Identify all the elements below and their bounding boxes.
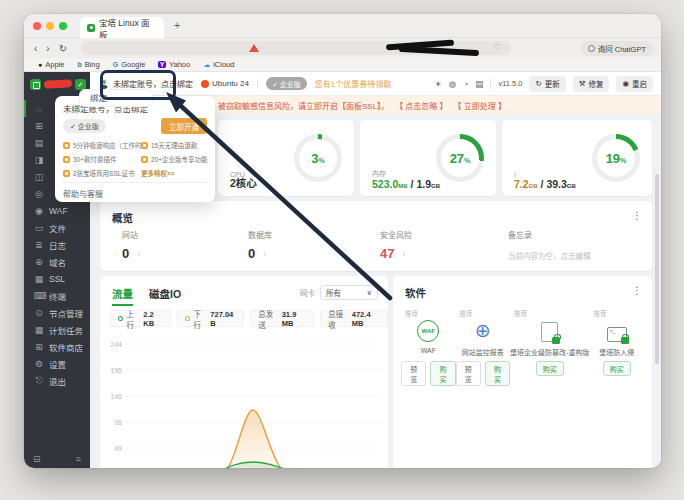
language-icon[interactable]: ◍ (449, 79, 456, 89)
traffic-chart: 244 195 146 98 49 (101, 334, 387, 468)
redaction-mark (399, 46, 479, 56)
forward-button[interactable]: › (46, 43, 49, 54)
yahoo-icon: Y (158, 61, 166, 68)
preview-button[interactable]: 预览 (401, 361, 426, 386)
tab-disk-io[interactable]: 磁盘IO (149, 286, 181, 306)
folder-icon: ▭ (34, 223, 44, 233)
waf-shield-icon: WAF (417, 320, 439, 342)
disk-ring-gauge: 19% (592, 134, 640, 182)
buy-button[interactable]: 购买 (430, 361, 455, 386)
bookmark-apple[interactable]: ●Apple (38, 60, 64, 69)
overview-memo[interactable]: 备忘录 当前内容为空，点击编辑 (508, 229, 591, 261)
overview-security-risks[interactable]: 安全风险 47› (380, 229, 412, 261)
coupon-link[interactable]: 您有1个优惠券待领取 (315, 78, 391, 89)
new-tab-button[interactable]: + (174, 19, 180, 31)
more-privileges-link[interactable]: 更多特权>> (141, 168, 209, 178)
tab-traffic[interactable]: 流量 (112, 286, 133, 306)
google-icon: G (113, 61, 118, 68)
activate-now-button[interactable]: 立即开通 (161, 118, 207, 134)
software-item-tamper-proof[interactable]: 推荐 堡塔企业级防篡改-重构版 购买 (510, 308, 589, 386)
update-button[interactable]: ↻更新 (529, 76, 565, 92)
gear-icon: ⚙ (34, 359, 44, 369)
warning-message: 被窃取敏感信息风险，请立即开启【面板SSL】。 (218, 100, 389, 111)
sidebar-item-appstore[interactable]: ⊞软件商店 (24, 338, 90, 355)
overview-databases[interactable]: 数据库 0› (248, 229, 272, 261)
terminal-icon: ⌨ (34, 291, 44, 301)
tab-title: 宝塔 Linux 面板 (99, 16, 157, 40)
buy-button[interactable]: 购买 (485, 361, 510, 386)
kebab-menu-icon[interactable]: ⋮ (632, 285, 642, 296)
zoom-window-button[interactable] (59, 22, 67, 30)
reload-button[interactable]: ↻ (59, 43, 67, 54)
disk-card[interactable]: / 7.2GB / 39.3GB 19% (502, 120, 652, 196)
log-icon: ≣ (34, 240, 44, 250)
ask-chatgpt-button[interactable]: 询问 ChatGPT (581, 41, 653, 56)
edition-badge[interactable]: ✓ 企业版 (266, 77, 307, 90)
help-support-link[interactable]: 帮助与客服 (63, 188, 103, 199)
ytick: 195 (110, 367, 122, 374)
traffic-lights[interactable] (33, 22, 67, 30)
sidebar-item-settings[interactable]: ⚙设置 (24, 355, 90, 372)
sidebar-item-ssl[interactable]: ▦SSL (24, 270, 90, 287)
server-settings-icon[interactable]: ✓ (75, 79, 86, 90)
handle-now-link[interactable]: 【 立即处理 】 (454, 100, 506, 111)
bookmark-icloud[interactable]: ☁iCloud (203, 60, 234, 69)
sidebar-item-logs[interactable]: ≣日志 (24, 236, 90, 253)
sidebar-item-waf[interactable]: ◉WAF (24, 202, 90, 219)
panel-logo-icon (30, 79, 41, 90)
brightness-icon[interactable]: ☀ (434, 79, 442, 89)
nic-select[interactable]: 所有∨ (320, 285, 378, 300)
account-dropdown: 未绑定账号，点击绑定 绑定 ✓ 企业版 立即开通 5分钟极速响应（工作时间） 1… (55, 96, 215, 202)
edition-badge: ✓ 企业版 (63, 119, 106, 133)
container-icon: ◨ (34, 155, 44, 165)
repair-button[interactable]: ⚒修复 (573, 76, 610, 92)
notes-icon[interactable]: ▤ (475, 79, 483, 89)
stat-total-received: 总接收472.4 MB (320, 310, 388, 327)
buy-button[interactable]: 购买 (536, 361, 564, 376)
back-button[interactable]: ‹ (34, 43, 37, 54)
overview-sites[interactable]: 网站 0› (122, 229, 140, 261)
memory-card[interactable]: 内存 523.0MB / 1.9GB 27% (360, 120, 496, 196)
sidebar-item-files[interactable]: ▭文件 (24, 219, 90, 236)
bookmark-yahoo[interactable]: YYahoo (158, 60, 190, 69)
preview-button[interactable]: 预览 (456, 361, 481, 386)
scrollbar[interactable] (655, 174, 659, 364)
browser-tab[interactable]: 宝塔 Linux 面板 (80, 17, 164, 38)
software-item-monitor-report[interactable]: 推荐 ⊕ 网站监控报表 预览 购买 (456, 308, 511, 386)
ssl-icon: ▦ (34, 274, 44, 284)
orange-dot-icon (185, 316, 190, 321)
ubuntu-icon (201, 80, 209, 88)
lock-icon (621, 337, 629, 344)
notification-icon[interactable]: ◔ (463, 79, 468, 89)
ignore-link[interactable]: 【 点击忽略 】 (395, 100, 447, 111)
collapse-sidebar-icon[interactable]: ⊟ (33, 454, 41, 464)
certificate-icon (63, 170, 70, 177)
sidebar-item-terminal[interactable]: ⌨终端 (24, 287, 90, 304)
sidebar-item-cron[interactable]: ▦计划任务 (24, 321, 90, 338)
hamburger-menu-icon[interactable]: ≡ (76, 454, 81, 464)
edition-features: 5分钟极速响应（工作时间） 15天无理由退款 30+款付费插件 20+企业版专享… (63, 138, 209, 180)
software-item-anti-intrusion[interactable]: 推荐 >_ 堡塔防入侵 购买 (589, 308, 644, 386)
close-window-button[interactable] (33, 22, 41, 30)
kebab-menu-icon[interactable]: ⋮ (632, 210, 642, 221)
lock-icon (552, 337, 560, 344)
software-item-waf[interactable]: 推荐 WAF WAF 预览 购买 (401, 308, 456, 386)
buy-button[interactable]: 购买 (603, 361, 631, 376)
apple-icon: ● (38, 61, 42, 68)
chevron-down-icon: ∨ (367, 288, 373, 297)
sidebar-item-nodes[interactable]: ⊙节点管理 (24, 304, 90, 321)
bookmark-bing[interactable]: bBing (77, 60, 99, 69)
sidebar-item-domains[interactable]: ⊕域名 (24, 253, 90, 270)
feature-icon (141, 156, 148, 163)
icloud-icon: ☁ (203, 61, 210, 69)
cpu-card[interactable]: CPU 2核心 3% (218, 120, 354, 196)
address-bar[interactable]: ♡ (81, 41, 511, 55)
restart-button[interactable]: ◉重启 (616, 76, 653, 92)
bookmark-google[interactable]: GGoogle (113, 60, 146, 69)
security-icon: ◎ (34, 189, 44, 199)
disk-mount-label: / (514, 171, 516, 178)
minimize-window-button[interactable] (46, 22, 54, 30)
sidebar-item-logout[interactable]: ⎋退出 (24, 372, 90, 389)
os-label: Ubuntu 24 (201, 79, 249, 88)
sites-icon: ⊞ (34, 121, 44, 131)
